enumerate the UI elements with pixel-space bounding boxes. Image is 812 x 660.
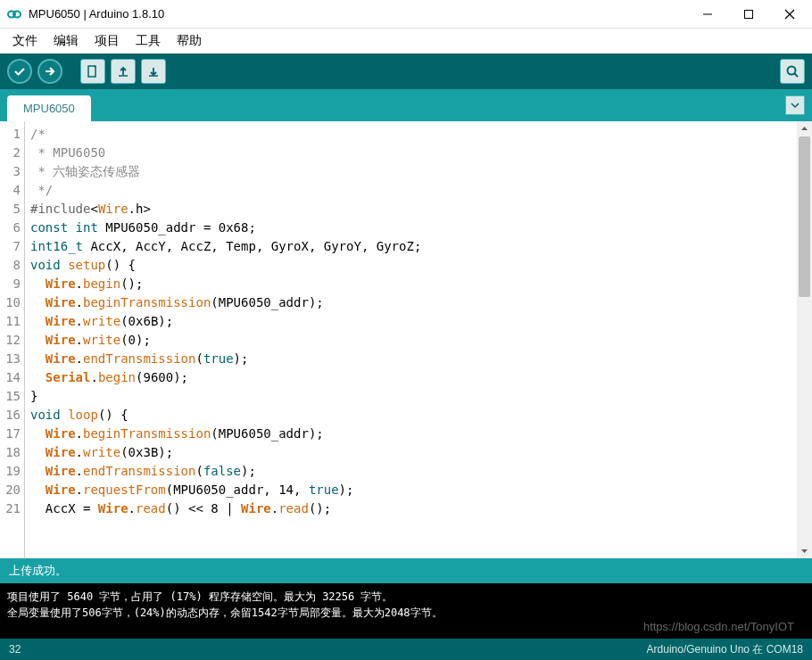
svg-point-9 [788,67,796,75]
arduino-logo-icon [7,7,21,21]
scroll-track[interactable] [797,136,812,543]
footer-line-number: 32 [9,643,21,656]
verify-button[interactable] [7,59,32,84]
scroll-up-icon[interactable] [797,121,812,136]
svg-line-10 [795,74,799,78]
vertical-scrollbar[interactable] [797,121,812,558]
status-message: 上传成功。 [9,563,67,579]
code-editor[interactable]: 123456789101112131415161718192021 /* * M… [0,121,812,558]
upload-button[interactable] [37,59,62,84]
console-line: 全局变量使用了506字节，(24%)的动态内存，余留1542字节局部变量。最大为… [7,605,805,621]
console-output: 项目使用了 5640 字节，占用了 (17%) 程序存储空间。最大为 32256… [0,583,812,639]
menu-file[interactable]: 文件 [5,30,45,52]
titlebar: MPU6050 | Arduino 1.8.10 [0,0,812,29]
console-line: 项目使用了 5640 字节，占用了 (17%) 程序存储空间。最大为 32256… [7,589,805,605]
menu-edit[interactable]: 编辑 [46,30,86,52]
tabbar: MPU6050 [0,89,812,121]
svg-rect-6 [88,66,95,77]
code-area[interactable]: /* * MPU6050 * 六轴姿态传感器 */ #include<Wire.… [25,121,797,558]
menu-help[interactable]: 帮助 [170,30,209,52]
footer-bar: 32 Arduino/Genuino Uno 在 COM18 [0,639,812,660]
new-button[interactable] [80,59,105,84]
close-button[interactable] [769,1,810,28]
svg-rect-3 [745,10,753,18]
open-button[interactable] [111,59,136,84]
scroll-thumb[interactable] [799,136,810,297]
maximize-button[interactable] [728,1,769,28]
menu-sketch[interactable]: 项目 [87,30,127,52]
serial-monitor-button[interactable] [780,59,805,84]
toolbar [0,54,812,89]
status-bar: 上传成功。 [0,558,812,583]
tab-menu-button[interactable] [785,95,805,115]
line-number-gutter: 123456789101112131415161718192021 [0,121,25,558]
scroll-down-icon[interactable] [797,543,812,558]
footer-board-info: Arduino/Genuino Uno 在 COM18 [647,642,803,657]
minimize-button[interactable] [687,1,728,28]
window-title: MPU6050 | Arduino 1.8.10 [29,7,687,21]
sketch-tab[interactable]: MPU6050 [7,95,91,121]
menubar: 文件 编辑 项目 工具 帮助 [0,29,812,54]
menu-tools[interactable]: 工具 [128,30,168,52]
save-button[interactable] [141,59,166,84]
